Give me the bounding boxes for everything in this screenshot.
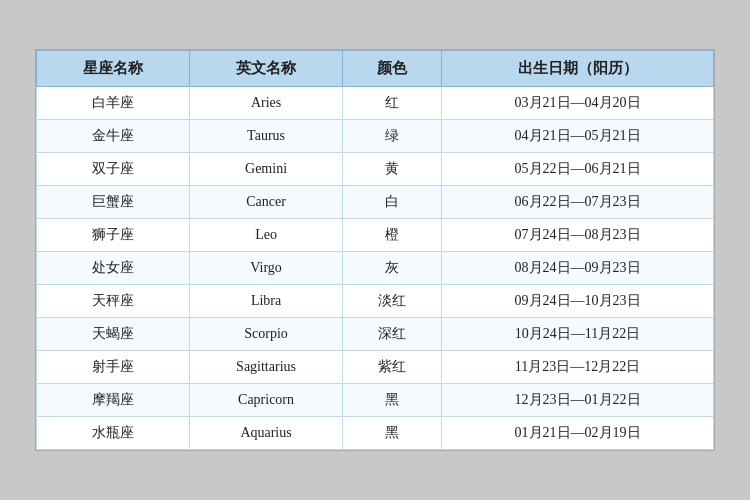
table-row: 天蝎座Scorpio深红10月24日—11月22日 (37, 318, 714, 351)
cell-color: 橙 (343, 219, 442, 252)
cell-color: 紫红 (343, 351, 442, 384)
cell-english-name: Taurus (190, 120, 343, 153)
cell-chinese-name: 处女座 (37, 252, 190, 285)
cell-color: 黄 (343, 153, 442, 186)
cell-dates: 05月22日—06月21日 (442, 153, 714, 186)
header-color: 颜色 (343, 51, 442, 87)
cell-chinese-name: 狮子座 (37, 219, 190, 252)
cell-dates: 01月21日—02月19日 (442, 417, 714, 450)
table-row: 处女座Virgo灰08月24日—09月23日 (37, 252, 714, 285)
cell-chinese-name: 射手座 (37, 351, 190, 384)
table-row: 双子座Gemini黄05月22日—06月21日 (37, 153, 714, 186)
cell-color: 红 (343, 87, 442, 120)
cell-color: 黑 (343, 417, 442, 450)
cell-english-name: Sagittarius (190, 351, 343, 384)
cell-english-name: Cancer (190, 186, 343, 219)
zodiac-table-wrapper: 星座名称 英文名称 颜色 出生日期（阳历） 白羊座Aries红03月21日—04… (35, 49, 715, 451)
cell-dates: 08月24日—09月23日 (442, 252, 714, 285)
cell-english-name: Gemini (190, 153, 343, 186)
cell-chinese-name: 双子座 (37, 153, 190, 186)
cell-english-name: Aries (190, 87, 343, 120)
cell-dates: 09月24日—10月23日 (442, 285, 714, 318)
cell-english-name: Leo (190, 219, 343, 252)
cell-color: 淡红 (343, 285, 442, 318)
cell-chinese-name: 水瓶座 (37, 417, 190, 450)
cell-chinese-name: 摩羯座 (37, 384, 190, 417)
cell-chinese-name: 白羊座 (37, 87, 190, 120)
header-english-name: 英文名称 (190, 51, 343, 87)
cell-color: 灰 (343, 252, 442, 285)
table-body: 白羊座Aries红03月21日—04月20日金牛座Taurus绿04月21日—0… (37, 87, 714, 450)
cell-english-name: Capricorn (190, 384, 343, 417)
cell-color: 黑 (343, 384, 442, 417)
header-dates: 出生日期（阳历） (442, 51, 714, 87)
cell-chinese-name: 天秤座 (37, 285, 190, 318)
cell-dates: 07月24日—08月23日 (442, 219, 714, 252)
cell-chinese-name: 天蝎座 (37, 318, 190, 351)
cell-chinese-name: 金牛座 (37, 120, 190, 153)
cell-chinese-name: 巨蟹座 (37, 186, 190, 219)
cell-dates: 10月24日—11月22日 (442, 318, 714, 351)
table-row: 巨蟹座Cancer白06月22日—07月23日 (37, 186, 714, 219)
cell-dates: 12月23日—01月22日 (442, 384, 714, 417)
table-header-row: 星座名称 英文名称 颜色 出生日期（阳历） (37, 51, 714, 87)
table-row: 白羊座Aries红03月21日—04月20日 (37, 87, 714, 120)
table-row: 金牛座Taurus绿04月21日—05月21日 (37, 120, 714, 153)
header-chinese-name: 星座名称 (37, 51, 190, 87)
cell-dates: 06月22日—07月23日 (442, 186, 714, 219)
cell-english-name: Scorpio (190, 318, 343, 351)
cell-dates: 04月21日—05月21日 (442, 120, 714, 153)
table-row: 狮子座Leo橙07月24日—08月23日 (37, 219, 714, 252)
cell-color: 白 (343, 186, 442, 219)
cell-english-name: Libra (190, 285, 343, 318)
cell-color: 绿 (343, 120, 442, 153)
cell-english-name: Aquarius (190, 417, 343, 450)
cell-english-name: Virgo (190, 252, 343, 285)
table-row: 水瓶座Aquarius黑01月21日—02月19日 (37, 417, 714, 450)
table-row: 射手座Sagittarius紫红11月23日—12月22日 (37, 351, 714, 384)
cell-dates: 03月21日—04月20日 (442, 87, 714, 120)
cell-dates: 11月23日—12月22日 (442, 351, 714, 384)
cell-color: 深红 (343, 318, 442, 351)
table-row: 摩羯座Capricorn黑12月23日—01月22日 (37, 384, 714, 417)
zodiac-table: 星座名称 英文名称 颜色 出生日期（阳历） 白羊座Aries红03月21日—04… (36, 50, 714, 450)
table-row: 天秤座Libra淡红09月24日—10月23日 (37, 285, 714, 318)
